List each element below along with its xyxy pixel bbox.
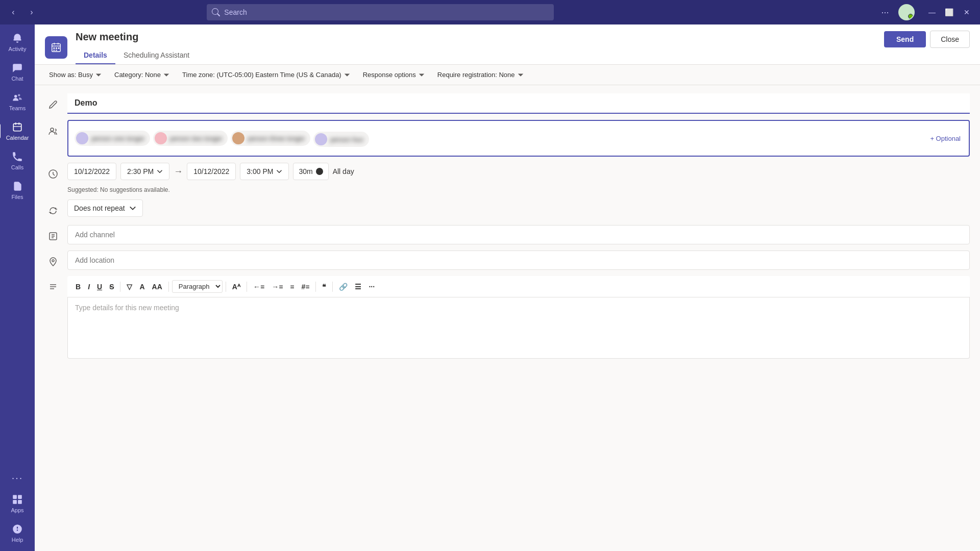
sidebar-item-calls[interactable]: Calls xyxy=(2,147,33,174)
more-format-button[interactable]: ··· xyxy=(365,281,378,293)
more-options-button[interactable]: ··· xyxy=(878,5,892,19)
underline-button[interactable]: U xyxy=(94,281,105,293)
back-button[interactable]: ‹ xyxy=(6,5,20,19)
italic-button[interactable]: I xyxy=(85,281,93,293)
category-dropdown[interactable]: Category: None xyxy=(110,69,174,81)
indent-decrease-button[interactable]: ←≡ xyxy=(250,281,267,293)
options-bar: Show as: Busy Category: None Time zone: … xyxy=(35,65,980,85)
timezone-dropdown[interactable]: Time zone: (UTC-05:00) Eastern Time (US … xyxy=(178,69,355,81)
indent-increase-button[interactable]: →≡ xyxy=(268,281,286,293)
svg-rect-18 xyxy=(56,50,57,51)
end-date-value: 10/12/2022 xyxy=(193,167,229,176)
rte-body[interactable]: Type details for this new meeting xyxy=(67,297,970,359)
sidebar-item-calendar[interactable]: Calendar xyxy=(2,117,33,145)
bell-icon xyxy=(12,33,23,44)
svg-point-0 xyxy=(14,95,17,98)
people-icon xyxy=(48,126,58,136)
circle-dot xyxy=(316,168,323,175)
close-button[interactable]: Close xyxy=(930,31,970,48)
attendee-name: person two longer xyxy=(170,135,223,142)
svg-point-1 xyxy=(18,94,20,96)
rte-divider xyxy=(120,282,120,292)
attendee-avatar xyxy=(315,133,327,145)
response-dropdown[interactable]: Response options xyxy=(359,69,429,81)
tab-details[interactable]: Details xyxy=(76,47,115,64)
avatar[interactable] xyxy=(898,4,915,20)
close-button[interactable]: ✕ xyxy=(960,5,974,19)
sidebar-label-calendar: Calendar xyxy=(6,135,29,141)
optional-link[interactable]: + Optional xyxy=(928,133,963,144)
start-time-field[interactable]: 2:30 PM xyxy=(120,163,169,180)
font-size-button[interactable]: AA xyxy=(149,281,165,293)
attendee-chip: person two longer xyxy=(153,131,228,146)
attendee-avatar xyxy=(76,132,88,144)
minimize-button[interactable]: — xyxy=(925,5,939,19)
search-input[interactable] xyxy=(224,8,549,16)
paragraph-select[interactable]: Paragraph xyxy=(172,280,223,293)
files-icon xyxy=(12,181,23,192)
attendees-field[interactable]: person one longer person two longer pers… xyxy=(67,120,970,157)
tab-scheduling[interactable]: Scheduling Assistant xyxy=(115,47,198,64)
sidebar-item-help[interactable]: Help xyxy=(2,519,33,547)
sidebar-item-more[interactable]: ··· xyxy=(2,468,33,488)
channel-row xyxy=(45,225,970,244)
sidebar: Activity Chat Teams Calendar Calls xyxy=(0,24,35,551)
attendee-chip: person one longer xyxy=(75,131,150,146)
svg-rect-17 xyxy=(54,50,55,51)
sidebar-label-help: Help xyxy=(12,537,23,543)
rte-divider xyxy=(247,282,247,292)
end-date-field[interactable]: 10/12/2022 xyxy=(187,163,236,180)
forward-button[interactable]: › xyxy=(24,5,39,19)
show-as-dropdown[interactable]: Show as: Busy xyxy=(45,69,106,81)
quote-button[interactable]: ❝ xyxy=(319,281,329,293)
highlight-button[interactable]: ▽ xyxy=(124,281,135,293)
calls-icon xyxy=(12,151,23,162)
chevron-down-icon xyxy=(163,71,170,79)
attendees-icon xyxy=(45,123,61,139)
numbering-button[interactable]: #≡ xyxy=(298,281,312,293)
recurrence-value: Does not repeat xyxy=(74,204,125,212)
strikethrough-button[interactable]: S xyxy=(106,281,117,293)
sidebar-label-apps: Apps xyxy=(11,507,23,513)
svg-rect-15 xyxy=(56,47,57,49)
teams-icon xyxy=(12,92,23,103)
sidebar-item-teams[interactable]: Teams xyxy=(2,88,33,115)
title-row xyxy=(45,93,970,114)
sidebar-item-apps[interactable]: Apps xyxy=(2,490,33,517)
align-button[interactable]: ☰ xyxy=(352,281,364,293)
recurrence-dropdown[interactable]: Does not repeat xyxy=(67,199,143,217)
svg-rect-2 xyxy=(13,123,21,131)
suggestion-text: Suggested: No suggestions available. xyxy=(67,186,970,193)
location-icon xyxy=(45,254,61,270)
search-icon xyxy=(212,8,220,16)
registration-dropdown[interactable]: Require registration: None xyxy=(433,69,528,81)
end-time-field[interactable]: 3:00 PM xyxy=(240,163,289,180)
duration-value: 30m xyxy=(299,167,312,176)
start-date-field[interactable]: 10/12/2022 xyxy=(67,163,116,180)
location-input[interactable] xyxy=(67,251,970,270)
bold-button[interactable]: B xyxy=(72,281,84,293)
meeting-title-input[interactable] xyxy=(67,93,970,114)
sidebar-item-activity[interactable]: Activity xyxy=(2,29,33,56)
rte-divider xyxy=(226,282,226,292)
channel-icon xyxy=(45,228,61,244)
datetime-fields: 10/12/2022 2:30 PM → 10/12/2022 3:00 PM … xyxy=(67,163,970,193)
styles-button[interactable]: Aᴬ xyxy=(229,281,243,293)
meeting-icon xyxy=(45,36,67,59)
send-button[interactable]: Send xyxy=(884,31,926,47)
link-button[interactable]: 🔗 xyxy=(336,281,351,293)
body-row: B I U S ▽ A AA Paragraph Aᴬ ←≡ → xyxy=(45,276,970,359)
search-bar[interactable] xyxy=(207,4,554,20)
recurrence-row: Does not repeat xyxy=(45,199,970,219)
allday-label[interactable]: All day xyxy=(333,167,354,176)
bullet-button[interactable]: ≡ xyxy=(287,281,297,293)
sidebar-item-files[interactable]: Files xyxy=(2,177,33,204)
rte-divider xyxy=(315,282,316,292)
sidebar-item-chat[interactable]: Chat xyxy=(2,58,33,86)
datetime-icon xyxy=(45,166,61,182)
font-color-button[interactable]: A xyxy=(136,281,148,293)
channel-input[interactable] xyxy=(67,225,970,244)
repeat-icon xyxy=(48,206,58,216)
maximize-button[interactable]: ⬜ xyxy=(942,5,957,19)
rte-placeholder: Type details for this new meeting xyxy=(75,304,179,312)
